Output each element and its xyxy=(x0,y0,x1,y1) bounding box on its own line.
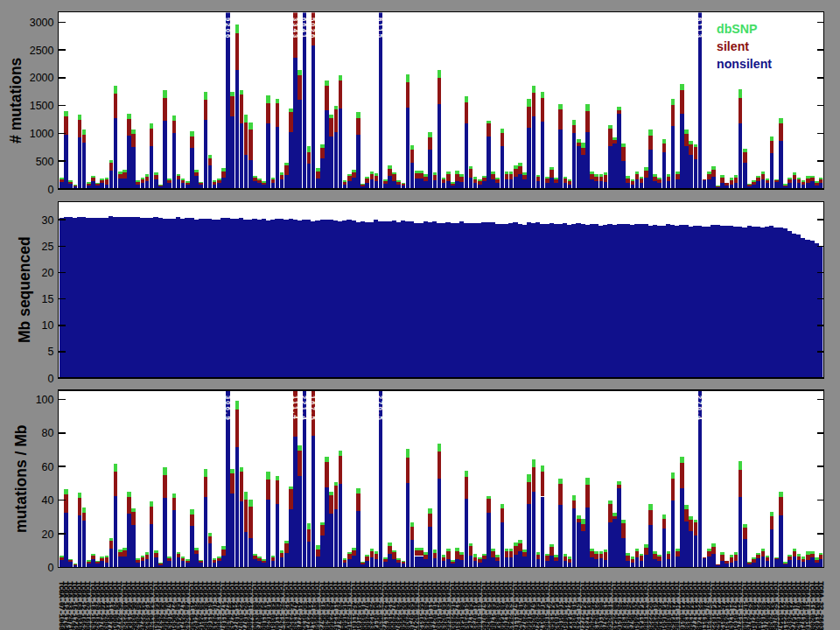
svg-text:2000: 2000 xyxy=(30,72,54,84)
svg-text:25: 25 xyxy=(42,241,54,253)
svg-text:221.4: 221.4 xyxy=(300,396,308,422)
svg-text:270.5: 270.5 xyxy=(376,396,384,422)
svg-text:20: 20 xyxy=(42,267,54,279)
svg-text:20: 20 xyxy=(42,528,54,541)
svg-text:270.4: 270.4 xyxy=(696,396,704,422)
svg-text:3000: 3000 xyxy=(30,17,54,29)
svg-text:dbSNP: dbSNP xyxy=(717,22,758,36)
svg-text:8115: 8115 xyxy=(376,18,384,39)
svg-text:80: 80 xyxy=(42,427,54,439)
svg-text:5026: 5026 xyxy=(309,18,317,40)
svg-text:15: 15 xyxy=(42,293,54,305)
svg-text:3343: 3343 xyxy=(291,18,299,40)
svg-text:60: 60 xyxy=(42,461,54,473)
svg-text:500: 500 xyxy=(36,156,54,168)
svg-text:# mutations: # mutations xyxy=(7,57,24,143)
svg-text:167.5: 167.5 xyxy=(309,396,317,422)
svg-text:1000: 1000 xyxy=(30,128,54,140)
svg-text:9206: 9206 xyxy=(224,18,232,40)
svg-text:0: 0 xyxy=(48,184,54,196)
svg-text:306.9: 306.9 xyxy=(224,396,232,422)
svg-text:100: 100 xyxy=(36,394,54,406)
svg-text:0: 0 xyxy=(48,562,54,574)
svg-text:30: 30 xyxy=(42,214,54,227)
svg-text:111.4: 111.4 xyxy=(291,396,299,421)
svg-text:Mb sequenced: Mb sequenced xyxy=(16,236,33,343)
svg-text:8113: 8113 xyxy=(696,18,704,39)
svg-text:40: 40 xyxy=(42,494,54,507)
svg-text:mutations / Mb: mutations / Mb xyxy=(12,424,30,532)
svg-text:0: 0 xyxy=(48,373,54,385)
svg-text:nonsilent: nonsilent xyxy=(717,57,772,71)
svg-text:silent: silent xyxy=(717,39,749,53)
svg-text:5: 5 xyxy=(48,346,54,358)
svg-text:10: 10 xyxy=(42,319,54,332)
svg-text:2500: 2500 xyxy=(30,45,54,57)
svg-text:TCGA-32-2603: TCGA-32-2603 xyxy=(817,582,824,630)
svg-text:1500: 1500 xyxy=(30,100,54,112)
svg-text:6641: 6641 xyxy=(300,18,308,40)
